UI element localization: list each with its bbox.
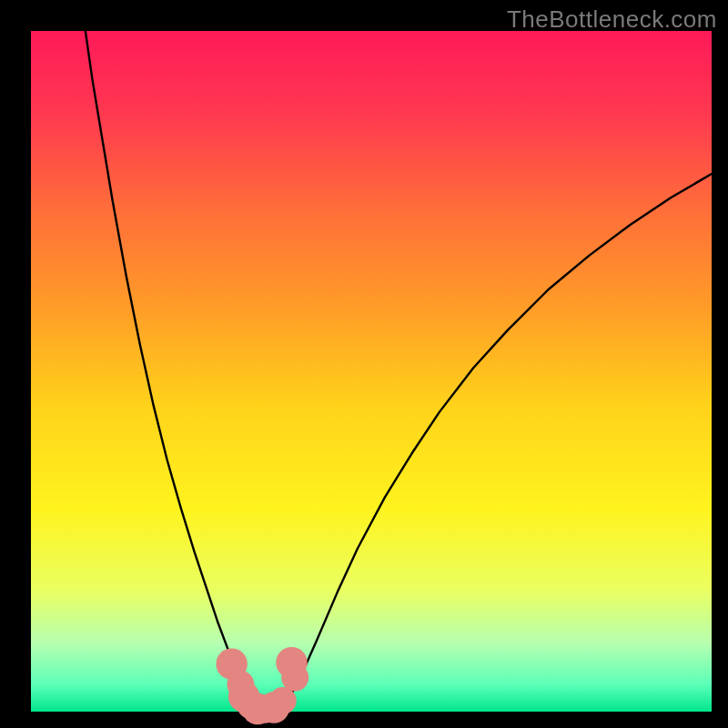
chart-background — [31, 31, 712, 712]
bottleneck-chart: TheBottleneck.com — [0, 0, 728, 728]
marker-point — [269, 687, 297, 714]
chart-canvas — [0, 0, 728, 728]
watermark-text: TheBottleneck.com — [507, 5, 717, 34]
marker-point — [281, 664, 308, 692]
